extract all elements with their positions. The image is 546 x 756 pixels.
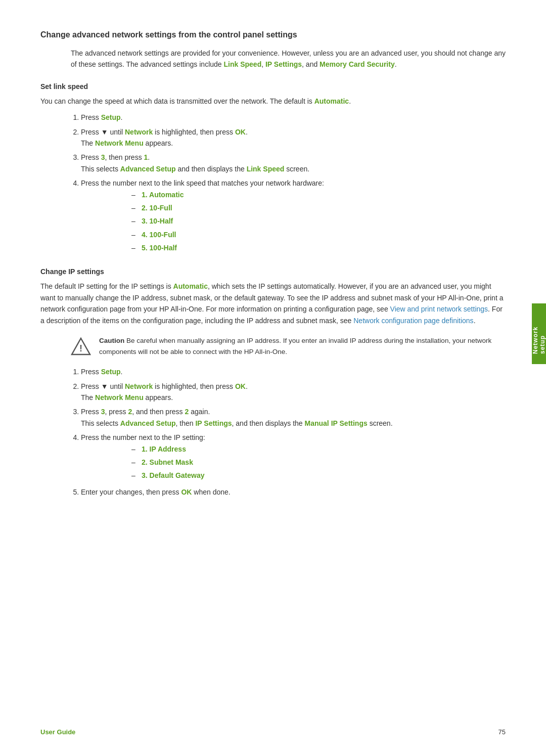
advanced-setup-green-2: Advanced Setup bbox=[120, 419, 176, 427]
list-item: 5. 100-Half bbox=[142, 242, 506, 253]
list-item: Press ▼ until Network is highlighted, th… bbox=[81, 126, 506, 149]
list-item: Enter your changes, then press OK when d… bbox=[81, 486, 506, 498]
link-speed-intro-end: . bbox=[349, 97, 351, 105]
ip-settings-green: IP Settings bbox=[195, 419, 232, 427]
list-item: Press the number next to the link speed … bbox=[81, 177, 506, 253]
three-green-2: 3 bbox=[101, 408, 105, 416]
intro-end: . bbox=[395, 60, 397, 68]
list-item: Press the number next to the IP setting:… bbox=[81, 432, 506, 481]
list-item: 1. Automatic bbox=[142, 189, 506, 200]
ip-address-option: 1. IP Address bbox=[142, 445, 186, 453]
page-container: Change advanced network settings from th… bbox=[0, 0, 546, 756]
link-speed-intro-green: Automatic bbox=[314, 97, 349, 105]
link-speed-green: Link Speed bbox=[247, 165, 285, 173]
link-speed-text: Link Speed bbox=[224, 60, 262, 68]
caution-bold: Caution bbox=[99, 337, 124, 344]
network-green-1: Network bbox=[125, 128, 153, 136]
three-green-1: 3 bbox=[101, 153, 105, 161]
intro-paragraph: The advanced network settings are provid… bbox=[71, 48, 506, 70]
memory-card-text: Memory Card Security bbox=[320, 60, 395, 68]
ip-settings-text: IP Settings bbox=[265, 60, 302, 68]
change-ip-settings-title: Change IP settings bbox=[40, 268, 506, 276]
intro-sep1: , bbox=[261, 60, 265, 68]
ok-green-2: OK bbox=[235, 382, 246, 390]
sidebar-tab: Network setup bbox=[532, 303, 546, 364]
caution-box: ! Caution Be careful when manually assig… bbox=[71, 335, 506, 357]
svg-text:!: ! bbox=[79, 343, 82, 353]
speed-5: 5. 100-Half bbox=[142, 244, 177, 252]
speed-options-list: 1. Automatic 2. 10-Full 3. 10-Half 4. 10… bbox=[142, 189, 506, 254]
ok-green-3: OK bbox=[181, 488, 192, 496]
automatic-green: Automatic bbox=[173, 282, 208, 290]
caution-triangle-icon: ! bbox=[71, 336, 91, 357]
speed-1: 1. Automatic bbox=[142, 191, 184, 199]
link-speed-intro-text: You can change the speed at which data i… bbox=[40, 97, 314, 105]
set-link-speed-section: Set link speed You can change the speed … bbox=[40, 82, 506, 254]
speed-4: 4. 100-Full bbox=[142, 231, 176, 239]
two-green-1: 2 bbox=[128, 408, 132, 416]
footer-right: 75 bbox=[498, 728, 506, 736]
list-item: Press 3, press 2, and then press 2 again… bbox=[81, 406, 506, 429]
link-speed-steps: Press Setup. Press ▼ until Network is hi… bbox=[81, 112, 506, 253]
list-item: 4. 100-Full bbox=[142, 229, 506, 240]
list-item: 2. 10-Full bbox=[142, 202, 506, 213]
intro-sep2: , and bbox=[302, 60, 320, 68]
change-ip-settings-section: Change IP settings The default IP settin… bbox=[40, 268, 506, 498]
ip-settings-steps: Press Setup. Press ▼ until Network is hi… bbox=[81, 366, 506, 498]
setup-green-2: Setup bbox=[101, 368, 121, 376]
two-green-2: 2 bbox=[185, 408, 189, 416]
set-link-speed-title: Set link speed bbox=[40, 82, 506, 91]
list-item: Press ▼ until Network is highlighted, th… bbox=[81, 381, 506, 404]
network-config-link: Network configuration page definitions bbox=[353, 317, 473, 325]
list-item: 1. IP Address bbox=[142, 443, 506, 455]
network-menu-green-2: Network Menu bbox=[95, 393, 144, 402]
set-link-speed-intro: You can change the speed at which data i… bbox=[40, 96, 506, 107]
advanced-setup-green-1: Advanced Setup bbox=[120, 165, 176, 173]
ok-green-1: OK bbox=[235, 128, 246, 136]
sidebar-label: Network setup bbox=[532, 314, 546, 354]
footer: User Guide 75 bbox=[40, 728, 506, 736]
list-item: 2. Subnet Mask bbox=[142, 457, 506, 468]
caution-text: Caution Be careful when manually assigni… bbox=[99, 335, 506, 357]
footer-left: User Guide bbox=[40, 728, 75, 736]
ip-settings-para1: The default IP setting for the IP settin… bbox=[40, 281, 506, 326]
one-green-1: 1 bbox=[144, 153, 148, 161]
view-print-link: View and print network settings bbox=[390, 305, 488, 313]
list-item: 3. 10-Half bbox=[142, 215, 506, 227]
list-item: Press Setup. bbox=[81, 112, 506, 123]
default-gateway-option: 3. Default Gateway bbox=[142, 471, 205, 479]
manual-ip-settings-green: Manual IP Settings bbox=[305, 419, 368, 427]
section-title: Change advanced network settings from th… bbox=[40, 30, 506, 39]
subnet-mask-option: 2. Subnet Mask bbox=[142, 458, 193, 466]
network-green-2: Network bbox=[125, 382, 153, 390]
list-item: 3. Default Gateway bbox=[142, 470, 506, 481]
speed-3: 3. 10-Half bbox=[142, 217, 173, 225]
ip-options-list: 1. IP Address 2. Subnet Mask 3. Default … bbox=[142, 443, 506, 481]
network-menu-green-1: Network Menu bbox=[95, 139, 144, 147]
list-item: Press Setup. bbox=[81, 366, 506, 377]
list-item: Press 3, then press 1. This selects Adva… bbox=[81, 152, 506, 174]
setup-green-1: Setup bbox=[101, 113, 121, 121]
speed-2: 2. 10-Full bbox=[142, 204, 172, 212]
